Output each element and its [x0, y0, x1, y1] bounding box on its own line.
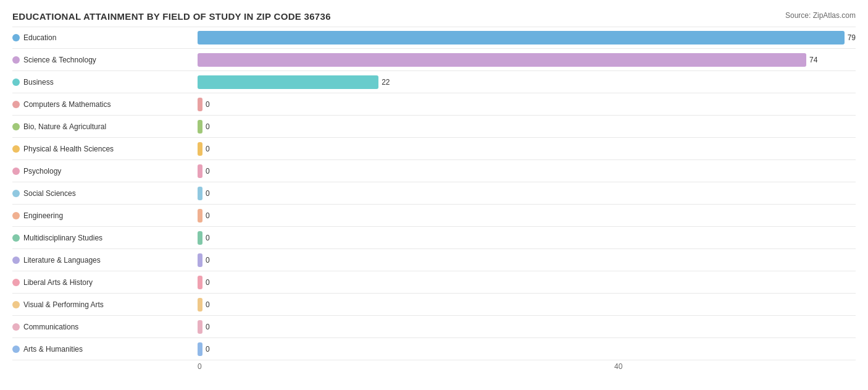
bar-label-area: Psychology	[12, 167, 198, 176]
bar-row: Multidisciplinary Studies0	[12, 227, 856, 249]
bar-row: Computers & Mathematics0	[12, 93, 856, 116]
bar-fill	[198, 320, 202, 334]
bar-value-area: 0	[198, 116, 856, 137]
bar-fill	[198, 31, 845, 45]
bar-dot	[12, 256, 20, 264]
bar-fill	[198, 120, 202, 134]
bar-fill	[198, 98, 202, 111]
bar-dot	[12, 301, 20, 308]
bar-value-area: 0	[198, 249, 856, 271]
bar-label-text: Physical & Health Sciences	[23, 145, 114, 153]
bar-label-area: Physical & Health Sciences	[12, 145, 198, 153]
bar-label-text: Engineering	[23, 211, 63, 220]
bar-dot	[12, 56, 20, 64]
bar-label-text: Business	[23, 78, 54, 87]
bar-label-text: Computers & Mathematics	[23, 100, 111, 109]
bar-dot	[12, 190, 20, 197]
bar-dot	[12, 212, 20, 219]
bar-value-area: 79	[198, 27, 856, 48]
bar-numeric-value: 0	[206, 278, 210, 287]
bar-label-text: Bio, Nature & Agricultural	[23, 122, 106, 131]
bar-label-area: Social Sciences	[12, 189, 198, 198]
bar-value-area: 0	[198, 205, 856, 226]
bar-numeric-value: 79	[848, 33, 856, 42]
bar-label-area: Visual & Performing Arts	[12, 300, 198, 309]
bar-row: Psychology0	[12, 160, 856, 182]
bar-value-area: 0	[198, 160, 856, 182]
bar-label-text: Science & Technology	[23, 56, 96, 64]
bar-fill	[198, 142, 202, 156]
bar-fill	[198, 53, 806, 67]
bar-label-area: Computers & Mathematics	[12, 100, 198, 109]
x-axis-label: 40	[614, 362, 622, 371]
bar-row: Engineering0	[12, 205, 856, 227]
bar-fill	[198, 209, 202, 223]
bar-label-area: Business	[12, 78, 198, 87]
bar-dot	[12, 34, 20, 41]
bar-label-area: Literature & Languages	[12, 256, 198, 265]
bar-fill	[198, 298, 202, 312]
bar-row: Physical & Health Sciences0	[12, 138, 856, 160]
bar-value-area: 22	[198, 71, 856, 93]
bar-label-text: Liberal Arts & History	[23, 278, 93, 287]
bar-fill	[198, 75, 378, 89]
bar-fill	[198, 187, 202, 200]
bar-label-text: Communications	[23, 323, 78, 331]
bar-label-text: Arts & Humanities	[23, 345, 83, 354]
bar-dot	[12, 167, 20, 175]
bar-numeric-value: 0	[206, 211, 210, 220]
bar-numeric-value: 0	[206, 345, 210, 354]
bar-value-area: 0	[198, 271, 856, 293]
bar-value-area: 0	[198, 182, 856, 204]
bar-numeric-value: 0	[206, 167, 210, 176]
bar-value-area: 0	[198, 227, 856, 248]
bar-label-text: Multidisciplinary Studies	[23, 234, 102, 242]
bar-dot	[12, 279, 20, 286]
bar-label-area: Engineering	[12, 211, 198, 220]
bar-label-area: Communications	[12, 323, 198, 331]
bar-dot	[12, 145, 20, 153]
bar-row: Education79	[12, 27, 856, 49]
bar-dot	[12, 345, 20, 353]
bar-numeric-value: 0	[206, 189, 210, 198]
bar-numeric-value: 0	[206, 256, 210, 265]
bar-fill	[198, 231, 202, 245]
chart-source: Source: ZipAtlas.com	[785, 11, 856, 20]
bar-numeric-value: 22	[382, 78, 390, 87]
bar-fill	[198, 253, 202, 267]
bar-numeric-value: 74	[809, 56, 817, 64]
bar-fill	[198, 276, 202, 289]
bar-dot	[12, 234, 20, 242]
bars-section: Education79Science & Technology74Busines…	[12, 27, 856, 360]
bar-dot	[12, 101, 20, 108]
bar-dot	[12, 78, 20, 86]
bar-label-area: Science & Technology	[12, 56, 198, 64]
bar-row: Business22	[12, 71, 856, 93]
bar-fill	[198, 164, 202, 178]
bar-numeric-value: 0	[206, 234, 210, 242]
bar-row: Science & Technology74	[12, 49, 856, 71]
bar-label-area: Arts & Humanities	[12, 345, 198, 354]
x-axis-label: 0	[198, 362, 202, 371]
chart-area: Education79Science & Technology74Busines…	[12, 27, 856, 350]
bar-value-area: 74	[198, 49, 856, 70]
bar-value-area: 0	[198, 93, 856, 115]
bar-value-area: 0	[198, 138, 856, 159]
bar-label-area: Liberal Arts & History	[12, 278, 198, 287]
bar-dot	[12, 123, 20, 130]
bar-label-text: Literature & Languages	[23, 256, 101, 265]
bar-value-area: 0	[198, 338, 856, 360]
bar-row: Liberal Arts & History0	[12, 271, 856, 294]
bar-row: Communications0	[12, 316, 856, 338]
bar-row: Arts & Humanities0	[12, 338, 856, 360]
bar-numeric-value: 0	[206, 122, 210, 131]
bar-row: Visual & Performing Arts0	[12, 294, 856, 316]
bar-label-text: Education	[23, 33, 56, 42]
bar-row: Literature & Languages0	[12, 249, 856, 271]
bar-row: Social Sciences0	[12, 182, 856, 205]
bar-label-area: Education	[12, 33, 198, 42]
bar-value-area: 0	[198, 316, 856, 337]
bar-fill	[198, 342, 202, 356]
bar-row: Bio, Nature & Agricultural0	[12, 116, 856, 138]
bar-numeric-value: 0	[206, 323, 210, 331]
